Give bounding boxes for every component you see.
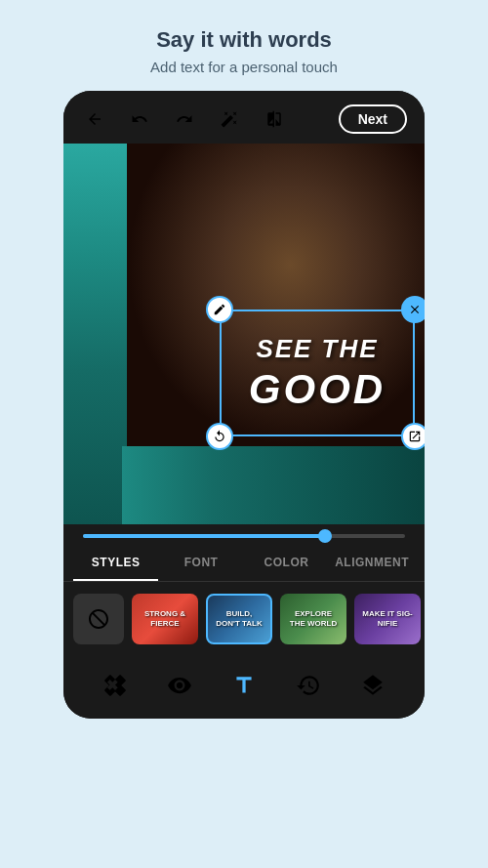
tab-font[interactable]: FONT — [158, 546, 243, 581]
header-section: Say it with words Add text for a persona… — [0, 0, 488, 91]
next-button[interactable]: Next — [339, 104, 407, 134]
style-make-it[interactable]: MAKE IT SIG-NIFIE — [354, 594, 421, 644]
compare-button[interactable] — [261, 105, 288, 133]
style-label-make: MAKE IT SIG-NIFIE — [362, 609, 413, 628]
slider-thumb[interactable] — [318, 529, 332, 543]
bottom-toolbar — [63, 656, 425, 719]
slider-area[interactable] — [63, 524, 425, 546]
text-line1: SEE THE — [256, 334, 378, 364]
redo-button[interactable] — [171, 105, 198, 133]
style-strong-fierce[interactable]: STRONG &FIERCE — [132, 594, 198, 644]
text-line2: GOOD — [249, 366, 386, 413]
tab-color[interactable]: COLOR — [244, 546, 329, 581]
styles-row: STRONG &FIERCE BUILD,DON'T TALK EXPLORET… — [63, 582, 425, 656]
top-left-controls — [81, 105, 288, 133]
text-overlay-container[interactable]: SEE THE GOOD — [220, 310, 415, 436]
page-title: Say it with words — [20, 27, 468, 53]
heal-tool-button[interactable] — [98, 668, 133, 703]
phone-top-bar: Next — [63, 91, 425, 144]
style-explore-world[interactable]: EXPLORETHE WORLD — [280, 594, 346, 644]
undo-button[interactable] — [126, 105, 153, 133]
page-subtitle: Add text for a personal touch — [20, 59, 468, 75]
tab-styles[interactable]: STYLES — [73, 546, 158, 581]
style-label-build: BUILD,DON'T TALK — [216, 609, 263, 628]
back-button[interactable] — [81, 105, 108, 133]
photo-area: SEE THE GOOD — [63, 144, 425, 524]
history-tool-button[interactable] — [291, 668, 326, 703]
tab-alignment[interactable]: ALIGNMENT — [329, 546, 415, 581]
photo-background: SEE THE GOOD — [63, 144, 425, 524]
layers-tool-button[interactable] — [355, 668, 390, 703]
eye-tool-button[interactable] — [162, 668, 197, 703]
overlay-text: SEE THE GOOD — [220, 310, 415, 436]
tabs-bar: STYLES FONT COLOR ALIGNMENT — [63, 546, 425, 582]
slider-fill — [83, 534, 325, 538]
style-label-strong: STRONG &FIERCE — [144, 609, 185, 628]
style-label-explore: EXPLORETHE WORLD — [290, 609, 337, 628]
phone-mockup: Next — [63, 91, 425, 719]
style-none[interactable] — [73, 594, 124, 644]
teal-frame-bottom — [122, 446, 425, 524]
slider-track[interactable] — [83, 534, 405, 538]
magic-button[interactable] — [216, 105, 243, 133]
style-build-dont-talk[interactable]: BUILD,DON'T TALK — [206, 594, 272, 644]
text-tool-button[interactable] — [226, 668, 262, 703]
